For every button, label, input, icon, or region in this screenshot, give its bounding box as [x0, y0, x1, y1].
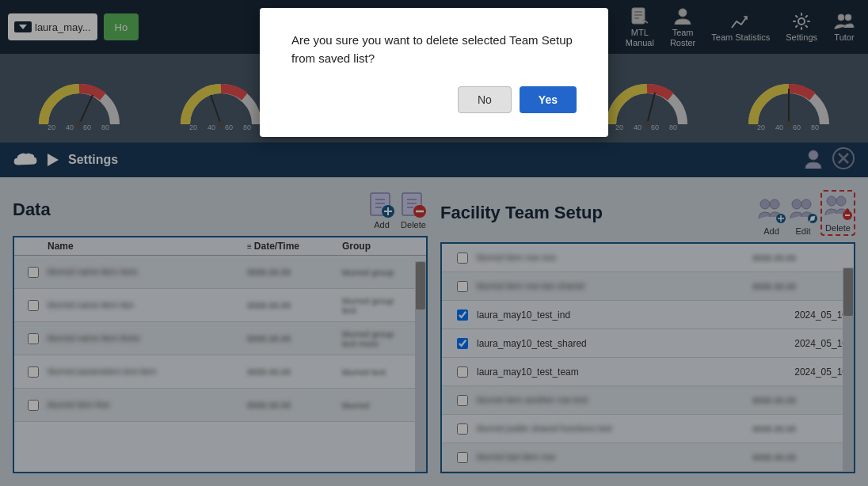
modal-message: Are you sure you want to delete selected…: [291, 32, 577, 67]
confirm-dialog: Are you sure you want to delete selected…: [260, 8, 608, 137]
modal-buttons: No Yes: [291, 86, 577, 113]
modal-no-button[interactable]: No: [458, 86, 512, 113]
modal-yes-button[interactable]: Yes: [520, 86, 577, 113]
modal-overlay: Are you sure you want to delete selected…: [0, 0, 868, 486]
